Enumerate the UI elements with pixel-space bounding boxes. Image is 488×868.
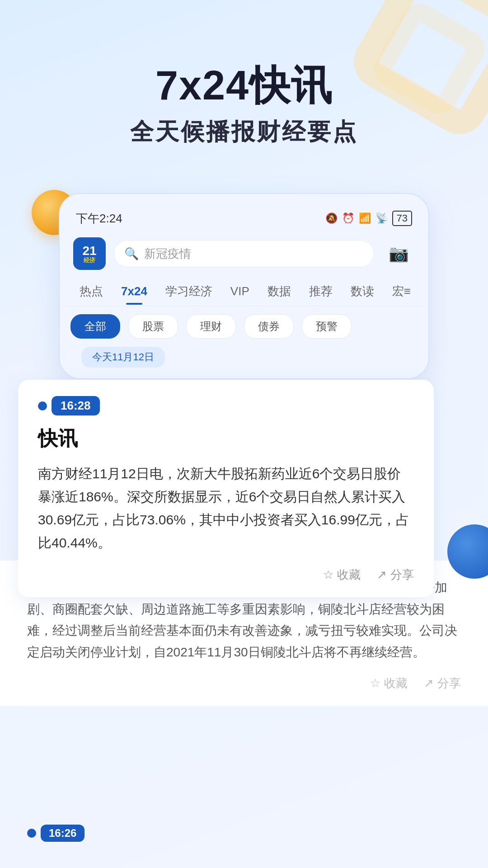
hero-section: 7x24快讯 全天候播报财经要点 — [0, 0, 488, 166]
time-dot-3 — [27, 829, 36, 838]
search-icon: 🔍 — [124, 247, 139, 261]
tab-hot[interactable]: 热点 — [70, 277, 112, 306]
star-icon-2: ☆ — [370, 676, 380, 690]
time-dot-1 — [38, 401, 47, 410]
filter-row: 全部 股票 理财 债券 预警 — [60, 306, 428, 347]
filter-warning[interactable]: 预警 — [302, 314, 352, 339]
camera-button[interactable]: 📷 — [382, 237, 415, 270]
share-icon-2: ↗ — [424, 676, 434, 690]
time-badge-1: 16:28 — [38, 396, 100, 415]
tab-datareading[interactable]: 数读 — [342, 277, 383, 306]
collect-button-2[interactable]: ☆ 收藏 — [370, 675, 408, 691]
news-actions-1: ☆ 收藏 ↗ 分享 — [38, 567, 414, 583]
logo-number: 21 — [82, 245, 96, 257]
hero-subtitle: 全天候播报财经要点 — [0, 116, 488, 148]
filter-finance[interactable]: 理财 — [186, 314, 236, 339]
news-card-1: 16:28 快讯 南方财经11月12日电，次新大牛股拓新药业近6个交易日股价暴涨… — [18, 380, 434, 597]
logo-text: 经济 — [84, 257, 95, 263]
tab-learn[interactable]: 学习经济 — [156, 277, 221, 306]
status-time: 下午2:24 — [76, 211, 122, 226]
date-badge: 今天11月12日 — [81, 347, 165, 368]
filter-all[interactable]: 全部 — [70, 314, 120, 339]
status-icons: 🔕 ⏰ 📶 📡 73 — [325, 211, 412, 226]
tab-7x24[interactable]: 7x24 — [112, 278, 156, 305]
share-button-2[interactable]: ↗ 分享 — [424, 675, 461, 691]
tab-macro[interactable]: 宏≡ — [383, 277, 420, 306]
filter-bonds[interactable]: 债券 — [244, 314, 294, 339]
tab-data[interactable]: 数据 — [258, 277, 300, 306]
tab-recommend[interactable]: 推荐 — [300, 277, 342, 306]
signal-icon: 📶 — [359, 212, 371, 224]
phone-mockup: 下午2:24 🔕 ⏰ 📶 📡 73 21 经济 🔍 新冠疫情 📷 热点 7x24… — [59, 193, 429, 379]
time-label-3: 16:26 — [41, 825, 84, 842]
time-badge-3: 16:26 — [27, 825, 84, 842]
app-header: 21 经济 🔍 新冠疫情 📷 — [60, 230, 428, 277]
battery-label: 73 — [392, 211, 412, 226]
share-button-1[interactable]: ↗ 分享 — [377, 567, 414, 583]
bell-icon: 🔕 — [325, 212, 338, 224]
status-bar: 下午2:24 🔕 ⏰ 📶 📡 73 — [60, 207, 428, 230]
share-icon-1: ↗ — [377, 568, 387, 582]
filter-stocks[interactable]: 股票 — [128, 314, 178, 339]
time-label-1: 16:28 — [52, 396, 100, 415]
alarm-icon: ⏰ — [342, 212, 354, 224]
search-bar[interactable]: 🔍 新冠疫情 — [114, 240, 374, 267]
collect-button-1[interactable]: ☆ 收藏 — [323, 567, 361, 583]
app-logo[interactable]: 21 经济 — [73, 237, 106, 270]
tab-vip[interactable]: VIP — [221, 278, 258, 305]
hero-title: 7x24快讯 — [0, 63, 488, 108]
news-title-1: 快讯 — [38, 425, 414, 452]
search-input-text: 新冠疫情 — [144, 246, 191, 262]
nav-tabs: 热点 7x24 学习经济 VIP 数据 推荐 数读 宏≡ — [60, 277, 428, 306]
news-card-3: 16:26 — [0, 814, 488, 853]
news-actions-2: ☆ 收藏 ↗ 分享 — [27, 675, 461, 691]
wifi-icon: 📡 — [375, 212, 388, 224]
news-body-1: 南方财经11月12日电，次新大牛股拓新药业近6个交易日股价暴涨近186%。深交所… — [38, 462, 414, 554]
star-icon-1: ☆ — [323, 568, 333, 582]
